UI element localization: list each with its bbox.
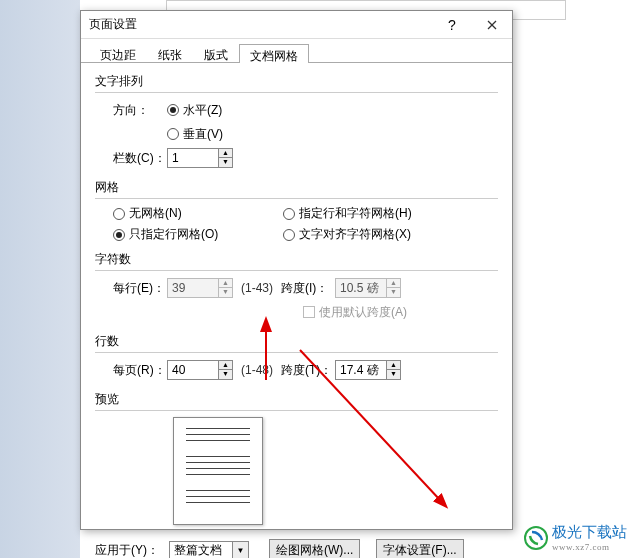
radio-no-grid[interactable]: 无网格(N) — [113, 205, 277, 222]
radio-icon — [167, 128, 179, 140]
spin-down-icon: ▼ — [386, 288, 400, 297]
spin-up-icon[interactable]: ▲ — [218, 361, 232, 370]
per-page-input[interactable] — [168, 361, 218, 379]
checkbox-label: 使用默认跨度(A) — [319, 304, 407, 321]
checkbox-use-default-pitch: 使用默认跨度(A) — [303, 304, 407, 321]
radio-icon — [113, 229, 125, 241]
radio-label: 垂直(V) — [183, 126, 223, 143]
char-pitch-input — [336, 279, 386, 297]
radio-label: 无网格(N) — [129, 205, 182, 222]
label-char-pitch: 跨度(I)： — [281, 280, 335, 297]
per-line-range: (1-43) — [241, 281, 273, 295]
dialog-title: 页面设置 — [81, 16, 432, 33]
checkbox-icon — [303, 306, 315, 318]
group-grid: 网格 — [95, 179, 498, 199]
radio-vertical[interactable]: 垂直(V) — [167, 126, 223, 143]
spin-up-icon[interactable]: ▲ — [386, 361, 400, 370]
spin-down-icon[interactable]: ▼ — [386, 370, 400, 379]
group-lines: 行数 — [95, 333, 498, 353]
per-line-input — [168, 279, 218, 297]
radio-icon — [283, 208, 295, 220]
close-icon — [487, 20, 497, 30]
group-text-direction: 文字排列 — [95, 73, 498, 93]
titlebar: 页面设置 ? — [81, 11, 512, 39]
apply-to-input[interactable] — [170, 542, 232, 559]
watermark-url: www.xz7.com — [552, 542, 627, 552]
spin-up-icon: ▲ — [218, 279, 232, 288]
per-page-spinner[interactable]: ▲▼ — [167, 360, 233, 380]
page-setup-dialog: 页面设置 ? 页边距 纸张 版式 文档网格 文字排列 方向： 水平(Z) — [80, 10, 513, 530]
line-pitch-spinner[interactable]: ▲▼ — [335, 360, 401, 380]
line-pitch-input[interactable] — [336, 361, 386, 379]
radio-icon — [113, 208, 125, 220]
columns-input[interactable] — [168, 149, 218, 167]
char-pitch-spinner: ▲▼ — [335, 278, 401, 298]
help-button[interactable]: ? — [432, 11, 472, 39]
apply-to-combo[interactable]: ▼ — [169, 541, 249, 559]
columns-spinner[interactable]: ▲▼ — [167, 148, 233, 168]
radio-icon — [167, 104, 179, 116]
watermark: 极光下载站 www.xz7.com — [524, 523, 627, 552]
per-line-spinner: ▲▼ — [167, 278, 233, 298]
radio-lines-chars[interactable]: 指定行和字符网格(H) — [283, 205, 447, 222]
radio-horizontal[interactable]: 水平(Z) — [167, 102, 222, 119]
label-per-line: 每行(E)： — [113, 280, 167, 297]
tab-strip: 页边距 纸张 版式 文档网格 — [81, 39, 512, 63]
group-chars: 字符数 — [95, 251, 498, 271]
spin-down-icon[interactable]: ▼ — [218, 158, 232, 167]
radio-label: 只指定行网格(O) — [129, 226, 218, 243]
radio-lines-only[interactable]: 只指定行网格(O) — [113, 226, 277, 243]
tab-margins[interactable]: 页边距 — [89, 43, 147, 62]
label-apply-to: 应用于(Y)： — [95, 542, 163, 558]
spin-down-icon: ▼ — [218, 288, 232, 297]
preview-thumbnail — [173, 417, 263, 525]
tab-layout[interactable]: 版式 — [193, 43, 239, 62]
spin-up-icon: ▲ — [386, 279, 400, 288]
close-button[interactable] — [472, 11, 512, 39]
group-preview: 预览 — [95, 391, 498, 411]
chevron-down-icon[interactable]: ▼ — [232, 542, 248, 559]
radio-snap-chars[interactable]: 文字对齐字符网格(X) — [283, 226, 447, 243]
radio-label: 水平(Z) — [183, 102, 222, 119]
tab-paper[interactable]: 纸张 — [147, 43, 193, 62]
label-columns: 栏数(C)： — [113, 150, 167, 167]
font-settings-button[interactable]: 字体设置(F)... — [376, 539, 463, 558]
svg-point-4 — [525, 527, 547, 549]
radio-label: 指定行和字符网格(H) — [299, 205, 412, 222]
label-line-pitch: 跨度(T)： — [281, 362, 335, 379]
drawing-grid-button[interactable]: 绘图网格(W)... — [269, 539, 360, 558]
tab-document-grid[interactable]: 文档网格 — [239, 44, 309, 63]
radio-label: 文字对齐字符网格(X) — [299, 226, 411, 243]
spin-up-icon[interactable]: ▲ — [218, 149, 232, 158]
per-page-range: (1-48) — [241, 363, 273, 377]
spin-down-icon[interactable]: ▼ — [218, 370, 232, 379]
watermark-text: 极光下载站 — [552, 523, 627, 542]
radio-icon — [283, 229, 295, 241]
label-direction: 方向： — [113, 102, 167, 119]
label-per-page: 每页(R)： — [113, 362, 167, 379]
watermark-logo-icon — [524, 526, 548, 550]
